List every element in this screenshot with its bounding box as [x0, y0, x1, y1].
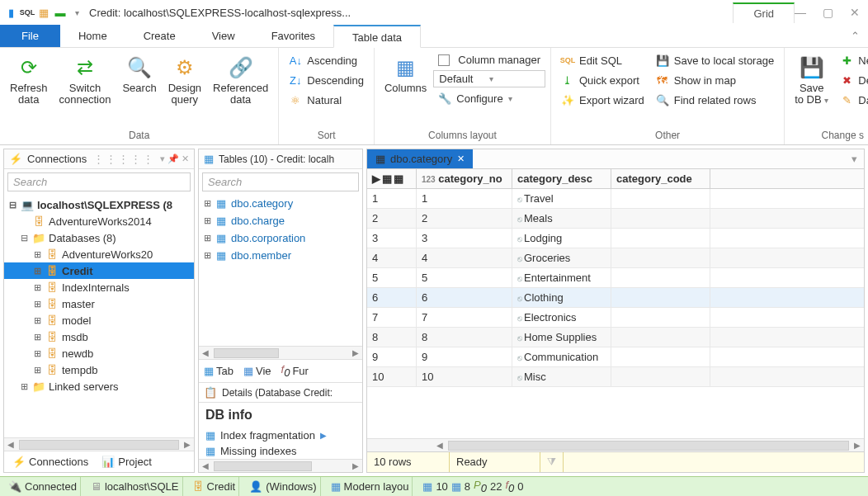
scrollbar-horizontal[interactable]: ◀▶ [4, 437, 194, 451]
connections-search-input[interactable]: Search [7, 172, 191, 191]
table-row[interactable]: 66⎋Clothing [367, 288, 864, 308]
tree-item[interactable]: ⊞🗄msdb [4, 328, 194, 345]
cell-category-desc[interactable]: ⎋Electronics [512, 308, 611, 327]
tree-item[interactable]: ⊞🗄IndexInternals [4, 279, 194, 295]
cell-category-code[interactable] [611, 328, 710, 347]
cell-category-desc[interactable]: ⎋Groceries [512, 248, 611, 267]
expand-icon[interactable]: ⊞ [204, 198, 211, 209]
close-icon[interactable]: ✕ [850, 6, 860, 19]
col-header-category-code[interactable]: category_code [611, 169, 710, 188]
table-row[interactable]: 99⎋Communication [367, 347, 864, 367]
panel-tools[interactable]: ▾ 📌 ✕ [160, 154, 189, 164]
cell-category-no[interactable]: 6 [417, 288, 512, 307]
column-manager-checkbox[interactable]: Column manager [433, 51, 545, 68]
tables-search-input[interactable]: Search [202, 172, 359, 191]
row-number[interactable]: 7 [367, 308, 417, 327]
export-wizard-button[interactable]: ✨Export wizard [556, 91, 649, 109]
row-number[interactable]: 6 [367, 288, 417, 307]
cell-category-no[interactable]: 3 [417, 229, 512, 248]
cell-category-code[interactable] [611, 288, 710, 307]
tab-connections[interactable]: ⚡Connections [6, 453, 95, 470]
row-number[interactable]: 4 [367, 248, 417, 267]
expand-icon[interactable]: ⊞ [32, 249, 42, 260]
cell-category-no[interactable]: 5 [417, 268, 512, 287]
sort-ascending-button[interactable]: A↓Ascending [284, 51, 369, 69]
panel-drag-handle[interactable]: ⋮⋮⋮⋮⋮ [93, 153, 155, 165]
refresh-data-button[interactable]: ⟳Refresh data [5, 51, 53, 110]
table-row[interactable]: 1010⎋Misc [367, 367, 864, 387]
tree-item[interactable]: ⊞🗄Credit [4, 262, 194, 279]
table-item[interactable]: ⊞▦dbo.category [199, 195, 362, 212]
cell-category-desc[interactable]: ⎋Meals [512, 209, 611, 228]
menu-favorites[interactable]: Favorites [253, 25, 333, 47]
row-number[interactable]: 9 [367, 347, 417, 366]
table-item[interactable]: ⊞▦dbo.member [199, 247, 362, 264]
configure-button[interactable]: 🔧Configure▾ [433, 89, 545, 107]
table-row[interactable]: 77⎋Electronics [367, 308, 864, 328]
scrollbar-horizontal[interactable]: ◀▶ [199, 346, 362, 359]
link-index-fragmentation[interactable]: ▦Index fragmentation▶ [205, 429, 356, 442]
tree-item[interactable]: ⊞🗄newdb [4, 345, 194, 361]
row-number[interactable]: 10 [367, 367, 417, 386]
link-missing-indexes[interactable]: ▦Missing indexes [205, 445, 356, 457]
expand-icon[interactable]: ⊟ [19, 233, 29, 243]
row-number[interactable]: 8 [367, 328, 417, 347]
sort-descending-button[interactable]: Z↓Descending [284, 71, 369, 89]
expand-icon[interactable]: ⊞ [32, 348, 42, 359]
cell-category-no[interactable]: 4 [417, 248, 512, 267]
table-row[interactable]: 44⎋Groceries [367, 248, 864, 268]
cell-category-no[interactable]: 8 [417, 328, 512, 347]
tab-project[interactable]: 📊Project [95, 453, 158, 470]
cell-category-code[interactable] [611, 229, 710, 248]
expand-icon[interactable]: ⊟ [7, 200, 17, 210]
maximize-icon[interactable]: ▢ [823, 6, 833, 19]
dropdown-icon[interactable]: ▾ [69, 5, 84, 20]
cell-category-code[interactable] [611, 209, 710, 228]
expand-icon[interactable]: ⊞ [32, 299, 42, 309]
cell-category-code[interactable] [611, 308, 710, 327]
cell-category-desc[interactable]: ⎋Clothing [512, 288, 611, 307]
menu-create[interactable]: Create [125, 25, 194, 47]
menu-file[interactable]: File [0, 25, 60, 47]
expand-icon[interactable]: ⊞ [32, 365, 42, 376]
table-row[interactable]: 33⎋Lodging [367, 229, 864, 248]
cell-category-desc[interactable]: ⎋Entertainment [512, 268, 611, 287]
expand-icon[interactable]: ⊞ [32, 266, 42, 276]
tree-item[interactable]: 🗄AdventureWorks2014 [4, 213, 194, 229]
cell-category-code[interactable] [611, 347, 710, 366]
sort-natural-button[interactable]: ⚛Natural [284, 91, 369, 109]
quick-export-button[interactable]: ⤓Quick export [556, 71, 649, 89]
tree-item[interactable]: ⊞🗄tempdb [4, 361, 194, 378]
find-related-button[interactable]: 🔍Find related rows [651, 91, 779, 109]
tree-item[interactable]: ⊞🗄model [4, 312, 194, 328]
cell-category-code[interactable] [611, 189, 710, 208]
menu-home[interactable]: Home [60, 25, 125, 47]
expand-icon[interactable]: ⊞ [204, 233, 211, 243]
cell-category-code[interactable] [611, 248, 710, 267]
cell-category-desc[interactable]: ⎋Misc [512, 367, 611, 386]
title-tab-grid[interactable]: Grid [733, 2, 795, 23]
expand-icon[interactable]: ⊞ [32, 282, 42, 293]
tree-item[interactable]: ⊞🗄AdventureWorks20 [4, 246, 194, 262]
col-header-category-no[interactable]: 123 category_no [417, 169, 512, 188]
row-number[interactable]: 5 [367, 268, 417, 287]
tree-item[interactable]: ⊞📁Linked servers [4, 378, 194, 394]
table-row[interactable]: 22⎋Meals [367, 209, 864, 229]
cell-category-no[interactable]: 2 [417, 209, 512, 228]
menu-view[interactable]: View [194, 25, 253, 47]
subtab-tab[interactable]: ▦Tab [200, 361, 237, 380]
expand-icon[interactable]: ⊞ [32, 315, 42, 326]
save-local-button[interactable]: 💾Save to local storage [651, 51, 779, 69]
cell-category-desc[interactable]: ⎋Lodging [512, 229, 611, 248]
layout-combo[interactable]: Default▾ [433, 70, 545, 87]
grid-scrollbar-horizontal[interactable]: ◀▶ [367, 438, 864, 451]
table-row[interactable]: 11⎋Travel [367, 189, 864, 209]
cell-category-desc[interactable]: ⎋Home Supplies [512, 328, 611, 347]
cell-category-no[interactable]: 9 [417, 347, 512, 366]
row-number[interactable]: 1 [367, 189, 417, 208]
ribbon-collapse-icon[interactable]: ⌃ [842, 25, 868, 47]
expand-icon[interactable]: ⊞ [204, 250, 211, 261]
expand-icon[interactable]: ⊞ [204, 215, 211, 226]
close-tab-icon[interactable]: ✕ [457, 154, 465, 164]
cell-category-no[interactable]: 10 [417, 367, 512, 386]
